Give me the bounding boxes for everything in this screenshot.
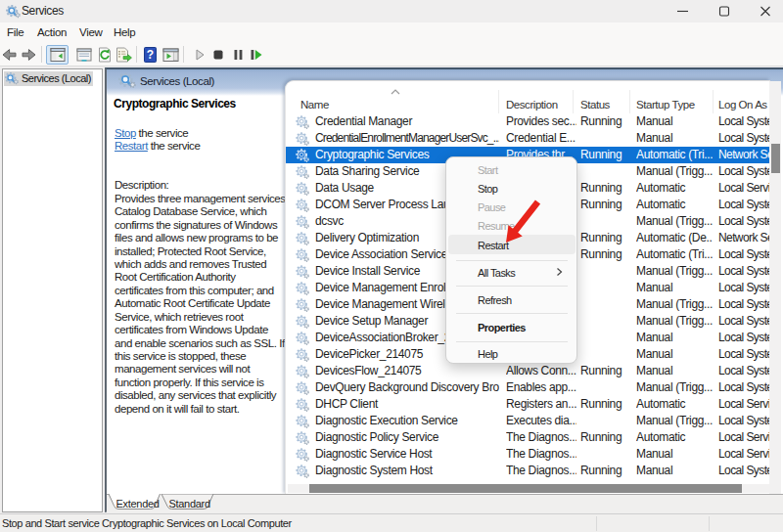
- svg-text:Extended: Extended: [116, 498, 160, 510]
- svg-text:?: ?: [147, 48, 154, 62]
- svg-text:Standard: Standard: [169, 498, 210, 510]
